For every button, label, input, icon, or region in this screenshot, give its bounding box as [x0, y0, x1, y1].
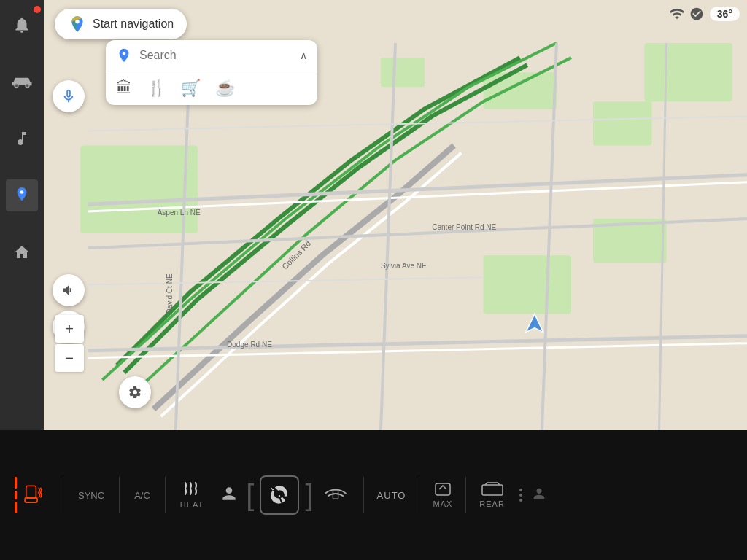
- temperature-display: 36°: [710, 7, 740, 21]
- svg-rect-8: [593, 101, 651, 145]
- ac-button[interactable]: A/C: [134, 490, 150, 501]
- top-bar: 36°: [669, 6, 740, 22]
- seat-heat-icon: [21, 483, 46, 508]
- settings-button[interactable]: [119, 376, 151, 408]
- rear-control[interactable]: REAR: [479, 482, 505, 508]
- voice-button[interactable]: [53, 80, 85, 112]
- svg-rect-25: [482, 485, 503, 495]
- status-icons: [669, 6, 704, 22]
- svg-point-2: [20, 190, 24, 194]
- rear-icon: [481, 482, 503, 497]
- wifi-icon: [669, 6, 685, 22]
- heat-icon: [182, 481, 202, 497]
- sync-button[interactable]: SYNC: [78, 490, 104, 501]
- seat-heat-bars: [15, 477, 17, 513]
- svg-text:Aspen Ln NE: Aspen Ln NE: [158, 209, 201, 217]
- zoom-in-button[interactable]: +: [55, 315, 84, 343]
- left-sidebar: [0, 0, 44, 430]
- search-input[interactable]: [139, 49, 293, 62]
- svg-rect-4: [80, 146, 198, 233]
- google-maps-logo: [116, 47, 132, 63]
- sidebar-item-notification[interactable]: [6, 9, 38, 41]
- sidebar-item-vehicle[interactable]: [6, 66, 38, 98]
- heat-control[interactable]: HEAT: [180, 481, 204, 509]
- start-navigation-text: Start navigation: [93, 18, 174, 31]
- auto-button[interactable]: AUTO: [377, 490, 406, 501]
- svg-rect-10: [484, 255, 572, 314]
- zoom-out-button[interactable]: −: [55, 344, 84, 372]
- sidebar-item-maps[interactable]: [6, 179, 38, 211]
- notification-dot: [34, 6, 41, 13]
- svg-point-19: [75, 20, 79, 23]
- svg-rect-9: [644, 43, 732, 101]
- search-categories: 🏛 🍴 🛒 ☕: [106, 71, 317, 105]
- fan-button[interactable]: [260, 475, 299, 515]
- rear-label: REAR: [479, 499, 505, 508]
- more-options-button[interactable]: [519, 489, 522, 502]
- signal-icon: [689, 6, 704, 22]
- gear-icon: [128, 385, 142, 400]
- car-vent-icon[interactable]: [322, 484, 349, 506]
- search-bar[interactable]: ∧: [106, 40, 317, 71]
- svg-rect-6: [381, 58, 425, 87]
- microphone-icon: [61, 88, 77, 104]
- passenger-icon: [531, 486, 547, 505]
- google-maps-icon: [68, 15, 87, 34]
- start-navigation-button[interactable]: Start navigation: [55, 9, 187, 39]
- svg-rect-7: [484, 72, 557, 109]
- search-chevron-icon[interactable]: ∧: [300, 50, 307, 61]
- sound-button[interactable]: [53, 274, 85, 306]
- zoom-controls: + −: [55, 315, 84, 372]
- shopping-icon[interactable]: 🛒: [181, 79, 201, 98]
- svg-rect-21: [26, 486, 36, 498]
- restaurants-icon[interactable]: 🍴: [147, 79, 166, 98]
- vent-person-icon: [220, 484, 239, 506]
- svg-point-0: [15, 84, 18, 88]
- climate-controls-panel: SYNC A/C HEAT [ ]: [0, 430, 747, 560]
- sidebar-item-media[interactable]: [6, 122, 38, 155]
- max-label: MAX: [433, 499, 452, 508]
- heat-label: HEAT: [180, 500, 204, 509]
- svg-rect-23: [333, 491, 338, 499]
- max-icon: [434, 482, 452, 497]
- bracket-open: [: [246, 479, 254, 512]
- svg-text:Center Point Rd NE: Center Point Rd NE: [432, 223, 496, 231]
- fan-icon: [269, 485, 290, 505]
- bracket-close: ]: [305, 479, 313, 512]
- attractions-icon[interactable]: 🏛: [116, 79, 132, 98]
- svg-point-20: [123, 52, 126, 55]
- max-control[interactable]: MAX: [433, 482, 452, 508]
- volume-icon: [61, 283, 76, 298]
- svg-point-1: [26, 84, 29, 88]
- screen: Collins Rd Aspen Ln NE David Ct NE Dodge…: [0, 0, 747, 430]
- svg-text:Dodge Rd NE: Dodge Rd NE: [227, 341, 272, 349]
- search-panel: ∧ 🏛 🍴 🛒 ☕: [106, 40, 317, 105]
- svg-text:Sylvia Ave NE: Sylvia Ave NE: [381, 262, 427, 270]
- svg-text:David Ct NE: David Ct NE: [166, 273, 174, 314]
- sidebar-item-home[interactable]: [6, 236, 38, 268]
- coffee-icon[interactable]: ☕: [215, 79, 235, 98]
